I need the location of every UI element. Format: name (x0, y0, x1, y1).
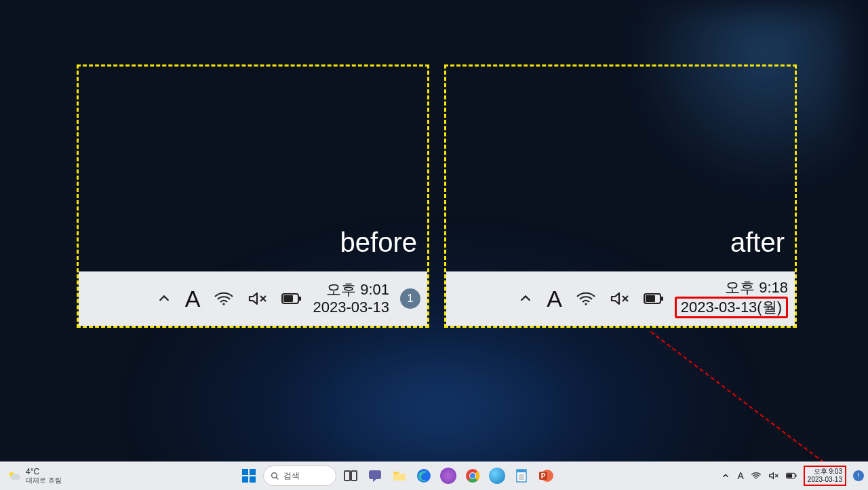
taskbar: 4°C 대체로 흐림 검색 (0, 461, 868, 490)
svg-rect-22 (369, 470, 381, 479)
svg-rect-16 (242, 476, 248, 483)
powerpoint-icon: P (538, 468, 554, 484)
svg-rect-42 (795, 474, 797, 476)
battery-icon[interactable] (281, 293, 302, 305)
comparison-panels: before A 오후 9:01 2023-03-13 1 (77, 64, 797, 328)
time-text: 오후 9:01 (313, 281, 389, 299)
svg-point-29 (470, 473, 475, 478)
taskbar-time: 오후 9:03 (808, 468, 842, 476)
svg-rect-14 (242, 469, 248, 475)
svg-rect-43 (787, 474, 791, 477)
search-box[interactable]: 검색 (263, 466, 336, 486)
tray-icons-before: A (157, 286, 302, 312)
svg-rect-15 (250, 469, 256, 475)
svg-point-18 (271, 472, 277, 478)
weather-desc: 대체로 흐림 (26, 476, 62, 484)
svg-point-13 (11, 474, 21, 480)
notification-badge[interactable]: 1 (400, 288, 420, 309)
paint3d-button[interactable] (487, 466, 507, 486)
samsung-app-button[interactable] (438, 466, 458, 486)
chevron-up-icon[interactable] (157, 291, 172, 306)
svg-rect-17 (250, 476, 256, 483)
taskbar-date: 2023-03-13 (808, 476, 842, 484)
svg-rect-11 (646, 295, 655, 302)
ime-icon[interactable]: A (547, 286, 562, 312)
taskbar-center: 검색 P (75, 466, 720, 486)
taskbar-right: A 오후 9:03 2023-03-13 ! (720, 466, 869, 486)
svg-line-19 (276, 477, 278, 479)
wifi-icon[interactable] (751, 471, 762, 480)
tray-icons-after: A (518, 286, 664, 312)
chrome-icon (465, 468, 481, 484)
weather-cloudy-icon (7, 468, 22, 483)
svg-rect-31 (517, 470, 526, 472)
ime-icon[interactable]: A (185, 286, 201, 312)
folder-icon (391, 468, 408, 484)
volume-muted-icon[interactable] (610, 291, 630, 306)
svg-text:P: P (540, 472, 545, 480)
svg-rect-20 (344, 471, 350, 480)
svg-rect-5 (283, 295, 293, 302)
wifi-icon[interactable] (576, 291, 596, 306)
tray-before: A 오후 9:01 2023-03-13 1 (79, 271, 427, 326)
tray-after: A 오후 9:18 2023-03-13(월) (446, 271, 795, 326)
clock-after[interactable]: 오후 9:18 2023-03-13(월) (675, 279, 788, 319)
search-placeholder: 검색 (283, 470, 300, 482)
date-text-highlighted: 2023-03-13(월) (675, 297, 788, 318)
chrome-button[interactable] (462, 466, 483, 486)
volume-muted-icon[interactable] (768, 471, 779, 480)
chevron-up-icon[interactable] (720, 471, 731, 480)
samsung-app-icon (440, 468, 456, 484)
battery-icon[interactable] (786, 471, 797, 480)
svg-point-6 (585, 303, 587, 305)
notepad-button[interactable] (511, 466, 532, 486)
svg-point-38 (755, 478, 757, 479)
edge-button[interactable] (414, 466, 434, 486)
windows-logo-icon (241, 468, 257, 484)
file-explorer-button[interactable] (389, 466, 410, 486)
annotation-leader-line (650, 331, 835, 471)
wifi-icon[interactable] (214, 291, 234, 306)
chevron-up-icon[interactable] (518, 291, 533, 306)
time-text: 오후 9:18 (675, 279, 788, 297)
svg-rect-21 (351, 471, 357, 480)
ime-icon[interactable]: A (738, 470, 744, 481)
svg-rect-10 (661, 297, 663, 301)
weather-text: 4°C 대체로 흐림 (26, 468, 62, 484)
volume-muted-icon[interactable] (248, 291, 268, 306)
start-button[interactable] (239, 466, 259, 486)
search-icon (271, 472, 279, 480)
svg-point-0 (223, 303, 225, 305)
edge-icon (416, 468, 432, 484)
taskbar-clock-highlighted[interactable]: 오후 9:03 2023-03-13 (804, 466, 846, 486)
panel-label-after: after (730, 227, 785, 258)
svg-rect-23 (393, 474, 406, 480)
notepad-icon (513, 468, 530, 484)
date-text: 2023-03-13 (313, 299, 389, 316)
svg-rect-4 (299, 297, 301, 301)
notification-center-icon[interactable]: ! (853, 470, 864, 481)
chat-icon (367, 468, 383, 484)
battery-icon[interactable] (644, 293, 664, 305)
task-view-icon (342, 468, 359, 484)
powerpoint-button[interactable]: P (536, 466, 556, 486)
panel-label-before: before (340, 227, 417, 258)
weather-temp: 4°C (26, 468, 62, 476)
chat-button[interactable] (365, 466, 385, 486)
panel-before: before A 오후 9:01 2023-03-13 1 (77, 64, 429, 328)
clock-before[interactable]: 오후 9:01 2023-03-13 (313, 281, 389, 317)
weather-widget[interactable]: 4°C 대체로 흐림 (0, 468, 75, 484)
task-view-button[interactable] (340, 466, 361, 486)
globe-app-icon (489, 468, 505, 484)
panel-after: after A 오후 9:18 2023-03-13(월) (444, 64, 797, 328)
